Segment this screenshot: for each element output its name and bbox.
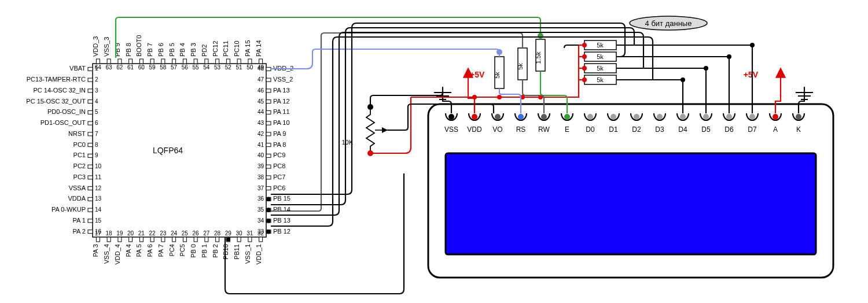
lcd-pin-D6: D6: [724, 125, 734, 134]
svg-rect-31: [88, 230, 93, 234]
svg-rect-39: [266, 100, 271, 104]
svg-rect-93: [226, 59, 230, 64]
svg-rect-109: [139, 237, 143, 242]
svg-point-137: [495, 114, 501, 120]
svg-rect-53: [266, 176, 271, 179]
pin-7: NRST: [68, 130, 86, 137]
svg-text:59: 59: [149, 64, 156, 71]
svg-text:19: 19: [116, 230, 123, 237]
pin-46: PA 13: [273, 87, 290, 94]
pin-45: PA 12: [273, 98, 290, 105]
svg-point-147: [726, 114, 732, 120]
potentiometer-10k: 10K: [341, 104, 388, 156]
svg-point-146: [703, 114, 709, 120]
pin-40: PC9: [273, 152, 285, 158]
svg-rect-75: [129, 59, 133, 64]
svg-text:12: 12: [95, 185, 102, 191]
lcd-pin-D2: D2: [632, 125, 641, 134]
svg-text:43: 43: [258, 120, 264, 126]
svg-text:8: 8: [95, 142, 98, 148]
svg-rect-83: [172, 59, 176, 64]
svg-rect-47: [266, 143, 271, 147]
svg-text:46: 46: [258, 87, 264, 94]
svg-text:22: 22: [149, 230, 156, 237]
svg-point-169: [538, 33, 543, 39]
pin-52: PC11: [222, 40, 229, 57]
svg-text:32: 32: [258, 230, 264, 237]
svg-rect-33: [266, 67, 271, 71]
svg-rect-1: [88, 67, 93, 71]
res-rw: 5k: [517, 48, 527, 80]
svg-rect-128: [237, 237, 241, 242]
svg-text:26: 26: [193, 230, 200, 237]
pin-54: PD2: [201, 45, 208, 57]
svg-text:1.5k: 1.5k: [535, 51, 542, 64]
pin-13: VDDA: [68, 195, 86, 202]
svg-text:39: 39: [258, 163, 264, 169]
svg-text:37: 37: [258, 185, 264, 191]
lcd-pin-D7: D7: [748, 125, 757, 134]
svg-text:60: 60: [138, 64, 145, 71]
svg-rect-77: [139, 59, 143, 64]
pin-34: PB 13: [273, 217, 290, 224]
svg-text:9: 9: [95, 152, 98, 158]
svg-rect-69: [96, 59, 100, 64]
pin-44: PA 11: [273, 108, 290, 115]
svg-text:5k: 5k: [494, 72, 501, 79]
svg-rect-97: [248, 59, 252, 64]
svg-text:4 бит данные: 4 бит данные: [645, 19, 692, 28]
lcd-pin-RW: RW: [538, 125, 550, 134]
pin-56: PB 4: [179, 43, 186, 57]
svg-rect-121: [205, 237, 208, 242]
svg-point-150: [796, 114, 801, 120]
svg-text:5k: 5k: [597, 42, 604, 49]
svg-text:41: 41: [258, 142, 264, 148]
svg-rect-73: [118, 59, 122, 64]
svg-rect-115: [172, 237, 176, 242]
svg-text:7: 7: [95, 131, 98, 137]
svg-point-126: [226, 238, 230, 241]
svg-point-140: [564, 114, 570, 120]
svg-text:30: 30: [236, 230, 243, 237]
svg-text:31: 31: [247, 230, 253, 237]
pin-42: PA 9: [273, 130, 286, 137]
svg-rect-91: [216, 59, 219, 64]
banner-4bit: 4 бит данные: [630, 16, 707, 30]
svg-text:57: 57: [171, 64, 178, 71]
svg-text:5k: 5k: [597, 76, 604, 83]
svg-rect-89: [205, 59, 208, 64]
wiring-diagram: LQFP64 1VBAT2PC13-TAMPER-RTC3PC 14-OSC 3…: [0, 0, 868, 303]
svg-point-135: [448, 114, 454, 120]
pin-15: PA 1: [73, 217, 86, 224]
svg-text:42: 42: [258, 131, 264, 137]
svg-point-142: [610, 114, 616, 120]
pin-55: PB 3: [190, 43, 197, 57]
pin-29: PB10: [222, 244, 229, 260]
svg-rect-27: [88, 208, 93, 212]
svg-rect-37: [266, 89, 271, 93]
svg-text:53: 53: [214, 64, 221, 71]
svg-text:64: 64: [95, 64, 102, 71]
pin-39: PC8: [273, 162, 285, 169]
svg-text:63: 63: [106, 64, 113, 71]
pin-28: PB 2: [212, 244, 219, 258]
pin-63: VSS_3: [103, 37, 110, 57]
svg-text:28: 28: [214, 230, 221, 237]
svg-text:18: 18: [106, 230, 113, 237]
svg-text:47: 47: [258, 76, 264, 83]
plus5v-a: +5V: [744, 68, 785, 97]
svg-rect-29: [88, 219, 93, 223]
pin-38: PC7: [273, 173, 285, 180]
pin-17: PA 3: [92, 244, 99, 257]
svg-rect-119: [194, 237, 197, 242]
svg-rect-85: [183, 59, 186, 64]
svg-rect-107: [129, 237, 133, 242]
pin-59: PB 7: [146, 43, 153, 57]
pin-11: PC3: [73, 173, 86, 180]
svg-rect-55: [266, 187, 271, 190]
svg-text:6: 6: [95, 120, 98, 126]
svg-point-141: [587, 114, 593, 120]
pin-30: PB11: [233, 244, 240, 260]
plus5v-vdd: +5V: [464, 68, 485, 97]
svg-text:25: 25: [182, 230, 189, 237]
